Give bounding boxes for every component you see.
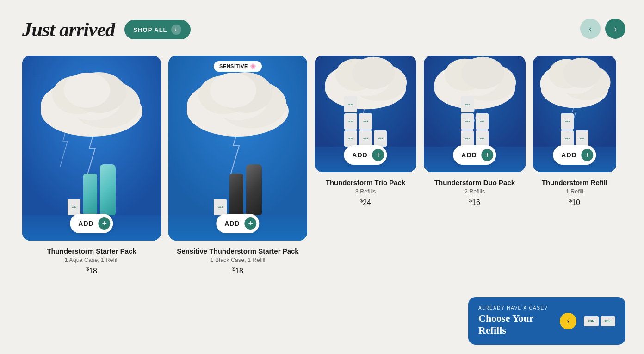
refill-2: Wild: [344, 113, 357, 130]
banner-image: Wild Wild: [584, 316, 615, 326]
svg-point-9: [187, 86, 289, 137]
carousel-nav: ‹ ›: [580, 19, 625, 39]
shop-all-button[interactable]: SHOP ALL ›: [124, 20, 191, 39]
refill-s1: Wild: [561, 113, 574, 130]
refill-d4: Wild: [476, 113, 489, 130]
add-button-1[interactable]: ADD +: [70, 214, 113, 233]
product-card: Wild Wild Wild ADD + Thunderstorm Refill…: [533, 56, 616, 275]
refill-d5: Wild: [476, 130, 489, 147]
cloud-svg: [22, 56, 161, 153]
banner-title: Choose Your Refills: [478, 312, 552, 336]
svg-point-6: [71, 72, 126, 113]
svg-point-26: [460, 63, 516, 101]
product-info-1: Thunderstorm Starter Pack 1 Aqua Case, 1…: [22, 247, 161, 275]
product-price-5: $10: [535, 198, 614, 207]
add-button-4[interactable]: ADD +: [453, 145, 496, 165]
product-price-4: $16: [426, 198, 524, 207]
svg-point-10: [187, 83, 252, 130]
banner-box-2: Wild: [601, 316, 615, 326]
price-value-5: 10: [572, 199, 580, 206]
product-name-4: Thunderstorm Duo Pack: [426, 179, 524, 186]
add-button-3[interactable]: ADD +: [344, 145, 387, 165]
product-price-3: $24: [316, 198, 415, 207]
refill-d2: Wild: [461, 113, 474, 130]
product-image-trio: Wild Wild Wild Wild Wild Wild: [315, 56, 416, 172]
product-card: Wild Wild Wild Wild Wild Wild: [315, 56, 416, 275]
refill-group-trio: Wild Wild Wild Wild Wild Wild: [344, 96, 387, 147]
add-button-5[interactable]: ADD +: [553, 145, 596, 165]
product-info-3: Thunderstorm Trio Pack 3 Refills $24: [315, 179, 416, 207]
svg-point-33: [561, 64, 611, 100]
svg-point-35: [549, 59, 585, 89]
svg-point-32: [540, 66, 587, 102]
svg-point-2: [41, 83, 105, 130]
carousel-prev-button[interactable]: ‹: [580, 19, 601, 39]
banner-boxes: Wild Wild: [584, 316, 615, 326]
banner-eyebrow: ALREADY HAVE A CASE?: [478, 305, 552, 311]
svg-point-1: [41, 86, 142, 137]
svg-point-20: [341, 62, 390, 96]
svg-point-19: [351, 63, 407, 101]
product-price-1: $18: [24, 266, 159, 275]
sensitive-badge: SENSITIVE 🌸: [214, 61, 262, 72]
svg-point-13: [198, 75, 249, 114]
product-visual: Wild: [22, 56, 161, 241]
badge-label: SENSITIVE 🌸: [219, 63, 256, 69]
refill-d1: Wild: [461, 96, 474, 112]
svg-point-4: [62, 79, 122, 120]
refill-3: Wild: [344, 130, 357, 147]
product-info-4: Thunderstorm Duo Pack 2 Refills $16: [424, 179, 526, 207]
bottle-black-tall: [246, 164, 262, 215]
add-label-1: ADD: [78, 220, 93, 227]
refill-s3: Wild: [576, 130, 588, 147]
refill-6: Wild: [374, 130, 387, 147]
product-image-aqua: Wild ADD +: [22, 56, 161, 241]
price-value-3: 24: [363, 199, 371, 206]
shop-all-label: SHOP ALL: [134, 26, 167, 33]
svg-point-22: [352, 57, 395, 89]
add-label-3: ADD: [352, 151, 367, 159]
product-image-black: Wild SENSITIVE 🌸 ADD +: [168, 56, 307, 241]
product-visual: Wild SENSITIVE 🌸: [168, 56, 307, 241]
banner-arrow-icon[interactable]: ›: [560, 313, 576, 329]
bottle-group-aqua: Wild: [68, 164, 116, 215]
add-button-2[interactable]: ADD +: [216, 214, 259, 233]
carousel-next-button[interactable]: ›: [605, 19, 625, 39]
product-desc-2: 1 Black Case, 1 Refill: [170, 257, 305, 263]
svg-point-36: [563, 58, 601, 88]
bottle-group-black: Wild: [214, 164, 262, 215]
product-card: Wild SENSITIVE 🌸 ADD + Sensitive Thunder…: [168, 56, 307, 275]
banner-text: ALREADY HAVE A CASE? Choose Your Refills: [478, 305, 552, 336]
refill-1: Wild: [344, 96, 357, 112]
svg-point-14: [217, 72, 272, 113]
section-header: Just arrived SHOP ALL ›: [22, 19, 625, 41]
svg-point-12: [208, 79, 268, 120]
svg-point-15: [210, 73, 256, 108]
refill-group-duo: Wild Wild Wild Wild Wild: [461, 96, 489, 147]
svg-point-21: [335, 59, 376, 91]
product-desc-5: 1 Refill: [535, 188, 614, 195]
svg-point-27: [450, 62, 500, 96]
refill-d3: Wild: [461, 130, 474, 147]
add-icon-5: +: [582, 149, 594, 161]
add-icon-2: +: [245, 217, 257, 230]
page-wrapper: Just arrived SHOP ALL › ‹ ›: [0, 0, 644, 294]
svg-point-7: [64, 73, 110, 108]
refill-group-single: Wild Wild Wild: [561, 113, 588, 147]
svg-point-5: [52, 75, 103, 114]
product-name-1: Thunderstorm Starter Pack: [24, 247, 159, 255]
refill-box: Wild: [68, 199, 80, 215]
shop-all-arrow-icon: ›: [171, 25, 181, 35]
bottom-banner[interactable]: ALREADY HAVE A CASE? Choose Your Refills…: [468, 297, 625, 345]
price-value-1: 18: [89, 267, 97, 275]
svg-point-31: [541, 70, 608, 108]
product-image-refill: Wild Wild Wild ADD +: [533, 56, 616, 172]
products-row: Wild ADD + Thunderstorm Starter Pack 1 A…: [22, 56, 625, 275]
product-price-2: $18: [170, 266, 305, 275]
product-card: Wild ADD + Thunderstorm Starter Pack 1 A…: [22, 56, 161, 275]
svg-point-29: [461, 57, 504, 89]
add-icon-3: +: [372, 149, 384, 161]
product-info-5: Thunderstorm Refill 1 Refill $10: [533, 179, 616, 207]
svg-point-11: [217, 80, 286, 128]
section-title: Just arrived: [22, 19, 115, 41]
